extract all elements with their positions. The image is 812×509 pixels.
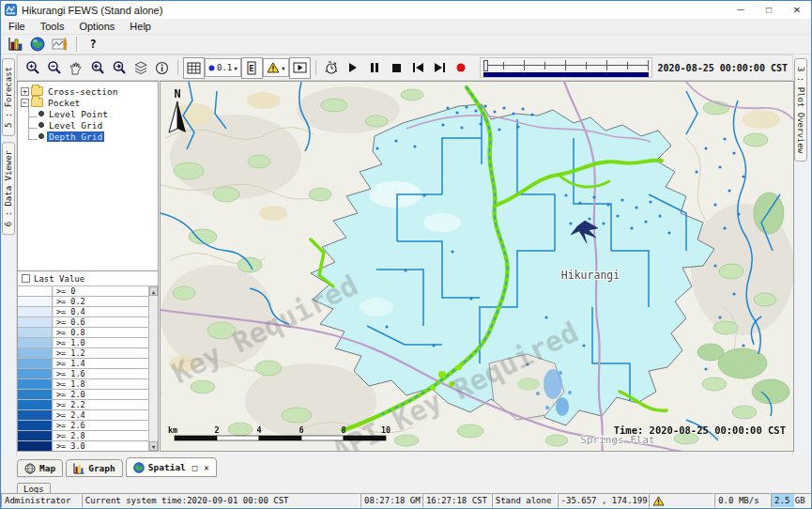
menu-bar: File Tools Options Help [1,19,811,35]
legend-scrollbar[interactable]: ▲ ▼ [148,286,158,451]
last-value-label: Last Value [34,274,84,284]
globe-icon [133,462,145,473]
close-button[interactable]: ✕ [783,1,811,19]
classbreaks-grid-button[interactable] [183,57,205,79]
play-icon [348,63,358,72]
legend-row[interactable]: >= 2.2 [18,400,148,410]
svg-text:km: km [168,425,177,435]
scroll-up-icon[interactable]: ▲ [149,286,158,296]
svg-text:4: 4 [256,425,261,435]
last-value-checkbox[interactable] [22,274,30,283]
tree-item-level-grid[interactable]: Level Grid [20,119,156,131]
pan-button[interactable] [65,57,86,79]
color-swatch [18,390,53,399]
grid-display-button[interactable] [4,36,26,54]
skip-to-start-button[interactable] [407,57,429,79]
town-label: Hikurangi [561,269,620,282]
color-swatch [18,328,53,337]
zoom-in-button[interactable] [22,57,43,79]
menu-help[interactable]: Help [122,20,159,33]
tab-graph[interactable]: Graph [66,459,123,477]
layers-button[interactable] [130,57,151,79]
stop-icon [392,64,401,72]
contour-interval-dropdown[interactable]: 0.1 ▼ [205,58,241,77]
stop-button[interactable] [386,57,407,79]
maximize-button[interactable]: □ [755,1,783,19]
scale-bar-button[interactable]: E [241,57,263,79]
legend-row[interactable]: >= 1.0 [18,338,148,348]
color-swatch [18,297,53,306]
status-local-time: 16:27:18 CST [422,493,492,508]
folder-icon [31,86,43,96]
zoom-previous-button[interactable] [86,57,108,79]
tab-map[interactable]: Map [17,459,63,477]
legend-row[interactable]: >= 2.4 [18,410,148,421]
legend-row[interactable]: >= 0.8 [18,328,148,338]
pause-button[interactable] [364,57,386,79]
spatial-map[interactable]: API Key Required API Key Required Hikura… [160,81,794,452]
tab-close-icon[interactable]: ✕ [204,463,208,472]
status-system-time: Current system time:2020-09-01 00:00 CST [82,493,360,508]
legend-row[interactable]: >= 0.2 [18,297,148,307]
tree-item-pocket[interactable]: − Pocket [20,97,156,108]
zoom-out-icon [47,60,62,75]
movie-export-button[interactable] [289,57,311,79]
legend-row[interactable]: >= 0.4 [18,307,148,317]
tab-plot-overview[interactable]: 3 : Plot Overview [794,58,807,162]
time-slider[interactable] [480,57,652,78]
color-swatch [18,431,53,440]
status-warning-cell[interactable] [649,493,714,508]
zoom-next-button[interactable] [108,57,130,79]
legend-row[interactable]: >= 3.0 [18,441,148,451]
record-icon [456,63,466,72]
color-swatch [18,359,53,368]
menu-options[interactable]: Options [71,20,122,33]
legend-row[interactable]: >= 1.2 [18,348,148,359]
expand-icon[interactable]: + [21,87,29,96]
scroll-down-icon[interactable]: ▼ [149,441,158,451]
legend-row[interactable]: >= 2.8 [18,431,148,441]
legend-row[interactable]: >= 2.0 [18,390,148,400]
color-swatch [18,369,53,378]
pause-icon [370,63,379,72]
menu-tools[interactable]: Tools [33,20,72,33]
legend-row[interactable]: >= 1.8 [18,379,148,390]
status-memory: 2.5 GB [771,493,811,508]
slider-ticks [483,60,649,70]
tree-item-level-point[interactable]: Level Point [20,108,156,119]
title-bar: Hikurangi FEWS (Stand alone) ─ □ ✕ [1,1,811,19]
help-button[interactable]: ? [82,36,104,54]
legend-row[interactable]: >= 1.4 [18,359,148,369]
animation-settings-button[interactable] [321,57,343,79]
legend-row[interactable]: >= 2.6 [18,421,148,431]
svg-text:6: 6 [299,425,303,435]
warnings-dropdown[interactable]: ▼ [263,58,289,77]
record-button[interactable] [451,57,472,79]
minimize-button[interactable]: ─ [727,1,755,19]
tree-item-cross-section[interactable]: + Cross-section [20,85,156,97]
tree-item-depth-grid[interactable]: Depth Grid [20,131,156,142]
timeseries-dialog-button[interactable] [49,36,71,54]
svg-text:2: 2 [214,425,219,435]
color-swatch [18,379,53,389]
info-button[interactable] [151,57,173,79]
slider-thumb[interactable] [483,60,488,71]
legend-row[interactable]: >= 1.6 [18,369,148,379]
tab-maximize-icon[interactable]: □ [192,463,197,472]
tab-data-viewer[interactable]: 6 : Data Viewer [2,142,15,235]
grid-icon [187,62,201,74]
ruler-icon: E [246,61,257,75]
zoom-out-button[interactable] [43,57,65,79]
application-window: Hikurangi FEWS (Stand alone) ─ □ ✕ File … [0,0,812,509]
skip-to-end-button[interactable] [429,57,451,79]
zoom-in-icon [25,60,40,75]
tab-forecast[interactable]: 5 : Forecast [2,58,15,136]
spatial-display-button[interactable] [26,36,49,54]
color-swatch [18,307,53,316]
play-button[interactable] [343,57,364,79]
legend-row[interactable]: >= 0 [18,286,148,297]
menu-file[interactable]: File [1,20,33,33]
legend-row[interactable]: >= 0.6 [18,317,148,328]
tab-spatial[interactable]: Spatial □ ✕ [126,457,217,477]
color-swatch [18,348,53,358]
